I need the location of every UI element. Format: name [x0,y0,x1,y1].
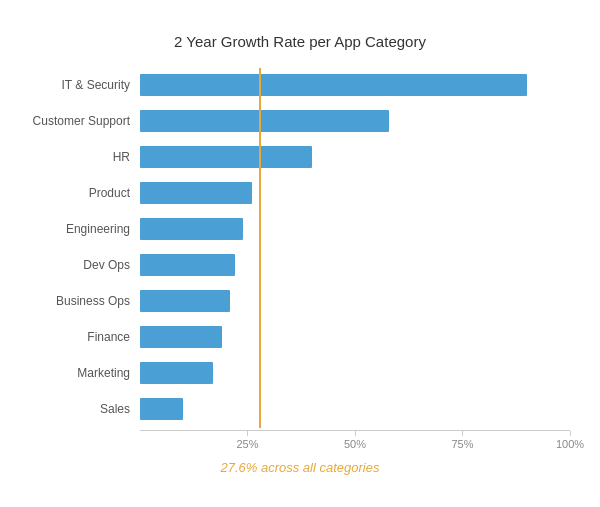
bar-fill [140,74,527,96]
bar-fill [140,146,312,168]
bar-track [140,326,570,348]
bar-fill [140,398,183,420]
bar-label: Marketing [30,366,140,380]
bar-label: Finance [30,330,140,344]
bar-track [140,362,570,384]
bar-label: Business Ops [30,294,140,308]
bar-row: Customer Support [30,104,570,138]
axis-tick-line [355,431,356,436]
axis-tick-label: 75% [451,438,473,450]
bar-track [140,218,570,240]
axis-tick: 25% [236,431,258,450]
axis-tick-label: 100% [556,438,584,450]
axis-tick-line [247,431,248,436]
bar-row: Dev Ops [30,248,570,282]
bar-track [140,74,570,96]
bar-fill [140,110,389,132]
bar-track [140,182,570,204]
bar-fill [140,326,222,348]
bar-label: Sales [30,402,140,416]
bar-label: Product [30,186,140,200]
bar-track [140,398,570,420]
bar-label: IT & Security [30,78,140,92]
axis-tick-line [462,431,463,436]
bar-track [140,110,570,132]
chart-container: 2 Year Growth Rate per App Category IT &… [20,13,580,495]
bar-label: Dev Ops [30,258,140,272]
bar-fill [140,254,235,276]
chart-area: IT & SecurityCustomer SupportHRProductEn… [30,68,570,454]
chart-title: 2 Year Growth Rate per App Category [30,33,570,50]
axis-tick: 75% [451,431,473,450]
axis-tick: 100% [556,431,584,450]
bar-row: Sales [30,392,570,426]
bar-row: Finance [30,320,570,354]
bar-row: IT & Security [30,68,570,102]
bar-row: Marketing [30,356,570,390]
bar-row: Product [30,176,570,210]
bar-fill [140,182,252,204]
bar-label: Engineering [30,222,140,236]
footer-note: 27.6% across all categories [30,460,570,475]
bar-fill [140,362,213,384]
bar-track [140,254,570,276]
axis-area: 25%50%75%100% [140,430,570,454]
bar-fill [140,290,230,312]
bar-fill [140,218,243,240]
bar-label: Customer Support [30,114,140,128]
axis-tick-line [569,431,570,436]
axis-tick: 50% [344,431,366,450]
bar-row: HR [30,140,570,174]
bar-label: HR [30,150,140,164]
axis-tick-label: 25% [236,438,258,450]
axis-tick-label: 50% [344,438,366,450]
bar-track [140,290,570,312]
bar-row: Business Ops [30,284,570,318]
bars-section: IT & SecurityCustomer SupportHRProductEn… [30,68,570,428]
bar-track [140,146,570,168]
bar-row: Engineering [30,212,570,246]
